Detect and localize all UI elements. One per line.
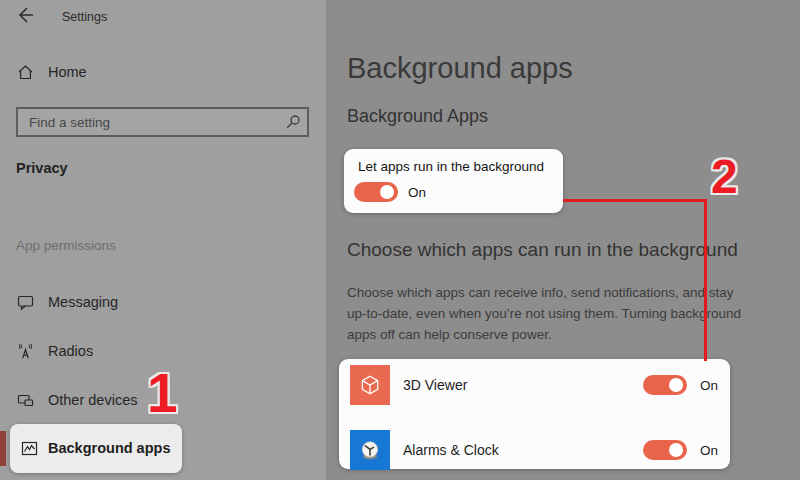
annotation-step-2: 2 bbox=[711, 153, 738, 201]
privacy-heading: Privacy bbox=[16, 160, 68, 176]
search-icon[interactable] bbox=[285, 114, 301, 130]
apps-list-card: 3D Viewer On Alarms & Clock On bbox=[339, 359, 730, 469]
3d-viewer-toggle[interactable] bbox=[643, 375, 687, 395]
page-title: Background apps bbox=[347, 52, 573, 85]
master-toggle[interactable] bbox=[354, 182, 398, 202]
app-permissions-heading: App permissions bbox=[16, 238, 116, 253]
sidebar-item-label: Home bbox=[48, 64, 87, 80]
sidebar-item-messaging[interactable]: Messaging bbox=[0, 294, 326, 324]
choose-apps-description: Choose which apps can receive info, send… bbox=[347, 282, 743, 345]
devices-icon bbox=[17, 392, 34, 409]
master-toggle-card: Let apps run in the background On bbox=[344, 149, 563, 213]
settings-window: Settings Home Privacy App permissions Me… bbox=[0, 0, 800, 480]
sidebar-item-background-apps[interactable]: Background apps bbox=[10, 424, 182, 473]
sidebar-item-home[interactable]: Home bbox=[0, 64, 326, 94]
main-content: Background apps Background Apps Let apps… bbox=[326, 0, 800, 480]
sidebar-item-label: Other devices bbox=[48, 392, 137, 408]
message-icon bbox=[17, 294, 34, 311]
alarms-clock-toggle-state: On bbox=[700, 443, 718, 458]
sidebar-item-label: Background apps bbox=[48, 440, 170, 456]
window-title: Settings bbox=[62, 10, 107, 24]
app-name: Alarms & Clock bbox=[403, 442, 643, 458]
annotation-line-vertical bbox=[704, 199, 707, 361]
alarms-clock-toggle[interactable] bbox=[643, 440, 687, 460]
app-row-alarms-clock: Alarms & Clock On bbox=[350, 428, 718, 472]
app-name: 3D Viewer bbox=[403, 377, 643, 393]
master-toggle-label: Let apps run in the background bbox=[358, 159, 544, 174]
annotation-step-1: 1 bbox=[147, 366, 178, 421]
back-arrow-icon[interactable] bbox=[14, 4, 36, 26]
selected-accent-bar bbox=[0, 431, 6, 466]
sidebar-item-label: Radios bbox=[48, 343, 93, 359]
background-apps-heading: Background Apps bbox=[347, 106, 488, 127]
home-icon bbox=[17, 64, 34, 81]
3d-viewer-toggle-state: On bbox=[700, 378, 718, 393]
radio-waves-icon bbox=[17, 343, 34, 360]
3d-cube-icon bbox=[350, 365, 390, 405]
search-input[interactable] bbox=[27, 111, 271, 133]
background-apps-icon bbox=[21, 440, 38, 457]
app-row-3d-viewer: 3D Viewer On bbox=[350, 363, 718, 407]
sidebar-item-label: Messaging bbox=[48, 294, 118, 310]
annotation-line-horizontal bbox=[563, 199, 707, 202]
alarm-clock-icon bbox=[350, 430, 390, 470]
search-box bbox=[16, 107, 309, 137]
master-toggle-state: On bbox=[408, 185, 426, 200]
choose-apps-heading: Choose which apps can run in the backgro… bbox=[347, 239, 738, 261]
